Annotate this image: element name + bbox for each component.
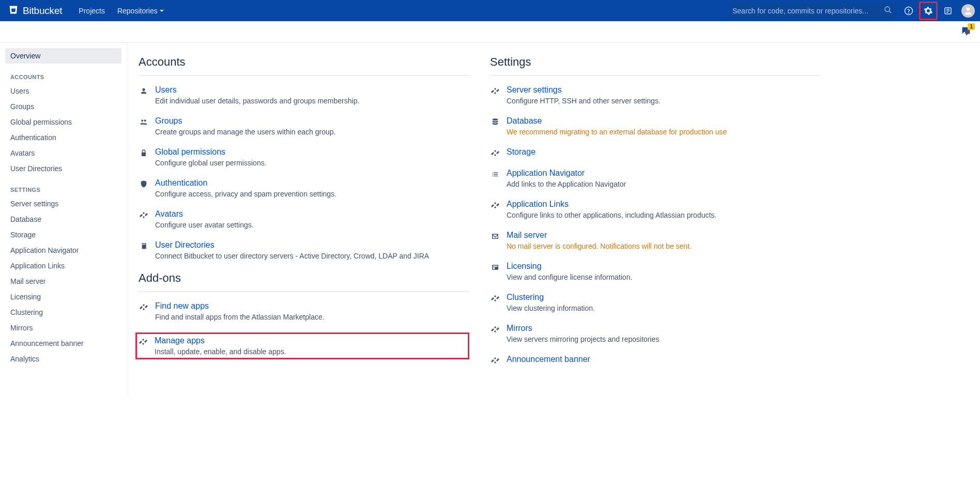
entry-link[interactable]: Find new apps — [155, 301, 469, 311]
section-title: Accounts — [139, 55, 469, 76]
sidebar-header: SETTINGS — [5, 176, 121, 196]
entry-link[interactable]: Mirrors — [507, 324, 821, 333]
tools-icon — [138, 336, 148, 356]
card-icon — [490, 262, 500, 281]
sidebar-item[interactable]: Clustering — [5, 305, 121, 320]
entry-link[interactable]: Database — [507, 116, 821, 126]
sidebar: OverviewACCOUNTSUsersGroupsGlobal permis… — [0, 43, 128, 397]
sidebar-item[interactable]: Application Links — [5, 258, 121, 274]
user-icon — [139, 85, 149, 105]
nav-projects[interactable]: Projects — [72, 2, 111, 20]
sidebar-item[interactable]: Authentication — [5, 130, 121, 145]
entry-link[interactable]: Application Navigator — [507, 169, 821, 178]
tools-icon — [490, 355, 500, 365]
list-icon — [490, 169, 500, 188]
entry-link[interactable]: Licensing — [507, 262, 821, 271]
sidebar-item[interactable]: Analytics — [5, 351, 121, 367]
sidebar-item[interactable]: Users — [5, 83, 121, 99]
entry-link[interactable]: Users — [155, 85, 469, 95]
svg-point-4 — [967, 7, 970, 11]
tools-icon — [139, 209, 149, 229]
entry-link[interactable]: Application Links — [507, 200, 821, 209]
entry-link[interactable]: Authentication — [155, 178, 469, 188]
entry-link[interactable]: Clustering — [507, 293, 821, 302]
entry-desc: No mail server is configured. Notificati… — [507, 242, 821, 250]
entry-desc: Find and install apps from the Atlassian… — [155, 313, 469, 321]
user-avatar[interactable] — [961, 4, 975, 18]
sidebar-overview[interactable]: Overview — [5, 48, 121, 64]
search-input[interactable] — [732, 7, 884, 15]
entry-link[interactable]: Mail server — [507, 231, 821, 240]
group-icon — [139, 116, 149, 136]
tools-icon — [490, 200, 500, 219]
feedback-badge: 1 — [968, 23, 975, 30]
admin-entry: DatabaseWe recommend migrating to an ext… — [490, 116, 821, 136]
entry-desc: Add links to the Application Navigator — [507, 180, 821, 188]
entry-desc: Create groups and manage the users withi… — [155, 128, 469, 136]
entry-desc: Configure links to other applications, i… — [507, 211, 821, 219]
admin-entry: Application NavigatorAdd links to the Ap… — [490, 169, 821, 188]
entry-link[interactable]: Manage apps — [155, 336, 465, 345]
section-title: Add-ons — [139, 271, 469, 292]
tools-icon — [490, 324, 500, 343]
search-box[interactable] — [728, 3, 896, 19]
tools-icon — [490, 85, 500, 105]
sidebar-item[interactable]: Global permissions — [5, 114, 121, 130]
feedback-icon[interactable]: 1 — [960, 25, 972, 38]
entry-desc: We recommend migrating to an external da… — [507, 128, 821, 136]
entry-desc: Configure global user permissions. — [155, 159, 469, 167]
admin-entry: AvatarsConfigure user avatar settings. — [139, 209, 469, 229]
entry-link[interactable]: User Directories — [155, 240, 469, 250]
logo[interactable]: Bitbucket — [5, 5, 65, 17]
admin-entry: AuthenticationConfigure access, privacy … — [139, 178, 469, 198]
admin-entry: Global permissionsConfigure global user … — [139, 147, 469, 167]
entry-desc: Edit individual user details, passwords … — [155, 97, 469, 105]
sidebar-item[interactable]: Server settings — [5, 196, 121, 211]
book-icon — [139, 240, 149, 260]
admin-entry: MirrorsView servers mirroring projects a… — [490, 324, 821, 343]
sidebar-item[interactable]: Licensing — [5, 289, 121, 305]
section-title: Settings — [490, 55, 821, 76]
chevron-down-icon — [160, 10, 164, 12]
admin-entry: ClusteringView clustering information. — [490, 293, 821, 312]
entry-desc: Configure user avatar settings. — [155, 221, 469, 229]
sidebar-item[interactable]: Avatars — [5, 145, 121, 161]
settings-gear-icon[interactable] — [919, 2, 938, 20]
product-name: Bitbucket — [23, 5, 62, 17]
sidebar-item[interactable]: User Directories — [5, 161, 121, 176]
search-icon[interactable] — [884, 6, 892, 16]
sidebar-item[interactable]: Announcement banner — [5, 336, 121, 351]
admin-entry: Find new appsFind and install apps from … — [139, 301, 469, 321]
tools-icon — [490, 293, 500, 312]
admin-entry: Server settingsConfigure HTTP, SSH and o… — [490, 85, 821, 105]
sidebar-item[interactable]: Storage — [5, 227, 121, 242]
admin-entry: Mail serverNo mail server is configured.… — [490, 231, 821, 250]
help-icon[interactable] — [899, 2, 918, 20]
shield-icon — [139, 178, 149, 198]
notification-icon[interactable] — [939, 2, 957, 20]
entry-link[interactable]: Announcement banner — [507, 355, 821, 364]
nav-repositories[interactable]: Repositories — [111, 2, 170, 20]
tools-icon — [139, 301, 149, 321]
admin-entry: Manage appsInstall, update, enable, and … — [135, 332, 469, 359]
admin-entry: User DirectoriesConnect Bitbucket to use… — [139, 240, 469, 260]
entry-link[interactable]: Avatars — [155, 209, 469, 219]
entry-link[interactable]: Global permissions — [155, 147, 469, 157]
main-content: AccountsUsersEdit individual user detail… — [128, 43, 980, 397]
entry-link[interactable]: Server settings — [507, 85, 821, 95]
admin-entry: UsersEdit individual user details, passw… — [139, 85, 469, 105]
entry-link[interactable]: Groups — [155, 116, 469, 126]
sidebar-item[interactable]: Mail server — [5, 274, 121, 289]
entry-desc: Connect Bitbucket to user directory serv… — [155, 252, 469, 260]
entry-desc: View servers mirroring projects and repo… — [507, 335, 821, 343]
bitbucket-logo-icon — [8, 5, 19, 17]
entry-link[interactable]: Storage — [507, 147, 821, 157]
sidebar-item[interactable]: Groups — [5, 99, 121, 114]
top-bar: Bitbucket Projects Repositories — [0, 0, 980, 21]
sidebar-item[interactable]: Database — [5, 211, 121, 227]
mail-icon — [490, 231, 500, 250]
sidebar-item[interactable]: Mirrors — [5, 320, 121, 336]
db-icon — [490, 116, 500, 136]
sidebar-item[interactable]: Application Navigator — [5, 242, 121, 258]
lock-icon — [139, 147, 149, 167]
